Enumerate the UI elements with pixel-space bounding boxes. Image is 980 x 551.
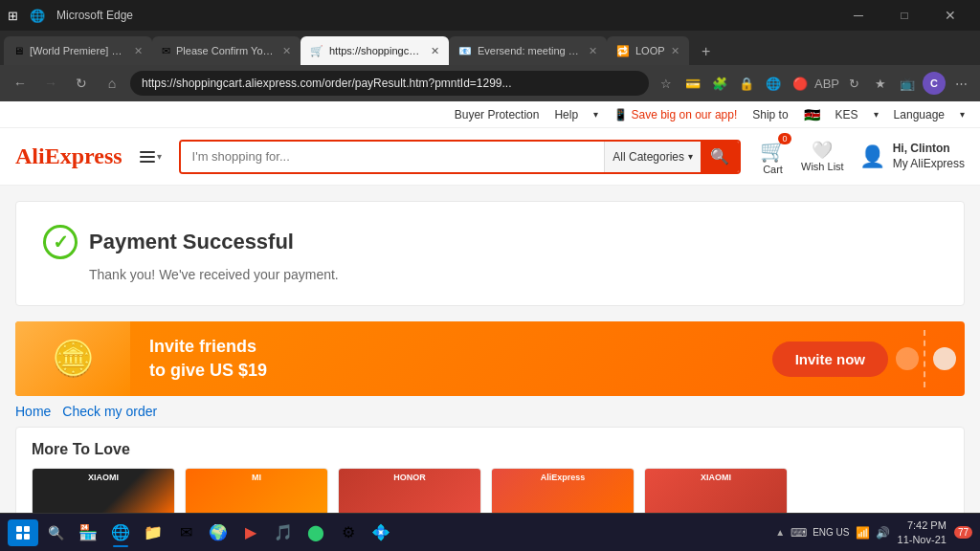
cart-button[interactable]: 🛒 0 Cart (760, 139, 786, 175)
tab-title: Please Confirm Your Or... (176, 45, 277, 56)
close-button[interactable]: ✕ (928, 0, 972, 31)
tab-title: Eversend: meeting all yo (478, 45, 583, 56)
notification-badge[interactable]: 77 (954, 526, 972, 539)
user-account-button[interactable]: 👤 Hi, Clinton My AliExpress (859, 142, 965, 171)
tab-close-icon[interactable]: ✕ (134, 45, 143, 57)
menu-button[interactable]: ▾ (134, 147, 167, 166)
tab-favicon: 🖥 (13, 45, 24, 56)
taskbar-app-mail[interactable]: ✉ (170, 518, 201, 548)
tab-title: [World Premiere] Xiaomi... (30, 45, 128, 56)
search-button[interactable]: 🔍 (701, 142, 739, 172)
taskbar-app-edge[interactable]: 🌐 (105, 518, 136, 548)
star-icon[interactable]: ★ (869, 72, 892, 95)
taskbar-clock[interactable]: 7:42 PM 11-Nov-21 (898, 518, 947, 546)
tab-favicon: 🛒 (310, 45, 323, 57)
windows-icon: ⊞ (8, 9, 18, 23)
taskbar-app-spotify[interactable]: 🎵 (268, 518, 299, 548)
invite-now-button[interactable]: Invite now (772, 342, 888, 377)
taskbar-app-store[interactable]: 🏪 (73, 518, 103, 548)
language-selector[interactable]: Language (894, 108, 945, 121)
taskbar-app-media[interactable]: ▶ (235, 518, 266, 548)
tab-confirm-order[interactable]: ✉ Please Confirm Your Or... ✕ (152, 36, 301, 65)
tab-aliexpress-active[interactable]: 🛒 https://shoppingcart.alie... ✕ (301, 36, 449, 65)
reload-button[interactable]: ↻ (69, 71, 94, 96)
new-tab-button[interactable]: + (693, 38, 720, 65)
profile-avatar[interactable]: C (923, 72, 946, 95)
payment-success-card: ✓ Payment Successful Thank you! We've re… (15, 201, 965, 306)
tab-eversend[interactable]: 📧 Eversend: meeting all yo ✕ (449, 36, 607, 65)
cart-label: Cart (763, 164, 783, 175)
address-bar-row: ← → ↻ ⌂ ☆ 💳 🧩 🔒 🌐 🔴 ABP ↻ ★ 📺 C ⋯ (0, 65, 980, 101)
search-input[interactable] (181, 142, 605, 172)
product-card-3[interactable]: HONOR (338, 468, 481, 516)
tab-close-icon[interactable]: ✕ (671, 45, 679, 57)
chevron-down-icon: ▾ (688, 151, 693, 162)
taskbar-app-diamond[interactable]: 💠 (366, 518, 396, 548)
extension2-icon[interactable]: 🔒 (735, 72, 758, 95)
taskbar-search-button[interactable]: 🔍 (42, 519, 69, 546)
tab-title: https://shoppingcart.alie... (329, 45, 425, 56)
back-button[interactable]: ← (8, 71, 33, 96)
tab-close-icon[interactable]: ✕ (589, 45, 597, 57)
invite-banner[interactable]: 🪙 Invite friends to give US $19 Invite n… (15, 321, 965, 396)
chevron-up-icon[interactable]: ▲ (775, 527, 785, 538)
product-image-5: XIAOMI (645, 469, 787, 515)
home-link[interactable]: Home (15, 404, 51, 419)
favorites-icon[interactable]: ☆ (655, 72, 678, 95)
category-dropdown[interactable]: All Categories ▾ (604, 142, 701, 172)
address-input[interactable] (130, 71, 649, 96)
settings-icon: ⚙ (342, 523, 355, 541)
language-indicator[interactable]: ENG US (813, 527, 849, 538)
store-icon: 🏪 (78, 523, 98, 541)
windows-logo-icon (16, 526, 30, 540)
help-link[interactable]: Help (554, 108, 578, 121)
user-icon: 👤 (859, 144, 885, 169)
folder-icon: 📁 (144, 523, 163, 541)
chevron-down-icon: ▾ (593, 109, 598, 120)
maximize-button[interactable]: □ (882, 0, 926, 31)
product-card-1[interactable]: XIAOMI (32, 468, 175, 516)
product-card-2[interactable]: MI (185, 468, 328, 516)
home-button[interactable]: ⌂ (100, 71, 124, 96)
ticket-left-circle (896, 347, 919, 370)
product-card-5[interactable]: XIAOMI (644, 468, 788, 516)
taskbar-app-explorer[interactable]: 📁 (138, 518, 168, 548)
banner-main-line2: to give US $19 (149, 359, 753, 383)
minimize-button[interactable]: ─ (836, 0, 880, 31)
extension3-icon[interactable]: 🌐 (762, 72, 785, 95)
tab-close-icon[interactable]: ✕ (282, 45, 291, 57)
more-options-icon[interactable]: ⋯ (949, 72, 972, 95)
adblock-icon[interactable]: ABP (815, 72, 838, 95)
ticket-dashes (924, 330, 925, 387)
taskbar-app-settings[interactable]: ⚙ (333, 518, 364, 548)
wishlist-button[interactable]: 🤍 Wish List (801, 140, 844, 173)
volume-icon[interactable]: 🔊 (876, 526, 890, 540)
product-image-4: AliExpress (492, 469, 634, 515)
main-content: ✓ Payment Successful Thank you! We've re… (0, 201, 980, 524)
product-label-1: XIAOMI (33, 469, 174, 486)
taskbar-app-green[interactable]: ⬤ (301, 518, 331, 548)
currency-label[interactable]: KES (835, 108, 858, 121)
wallet-icon[interactable]: 💳 (681, 72, 704, 95)
start-button[interactable] (8, 519, 38, 546)
keyboard-icon[interactable]: ⌨ (791, 526, 807, 540)
buyer-protection-link[interactable]: Buyer Protection (455, 108, 540, 121)
tab-loop[interactable]: 🔁 LOOP ✕ (607, 36, 689, 65)
cast-icon[interactable]: 📺 (896, 72, 919, 95)
tab-xiaomi[interactable]: 🖥 [World Premiere] Xiaomi... ✕ (4, 36, 152, 65)
ticket-decoration (907, 321, 965, 396)
user-greeting: Hi, Clinton (893, 142, 965, 157)
aliexpress-logo[interactable]: AliExpress (15, 143, 122, 169)
forward-button[interactable]: → (38, 71, 63, 96)
app-promo-link[interactable]: 📱 Save big on our app! (613, 108, 737, 121)
tab-close-icon[interactable]: ✕ (431, 45, 439, 57)
wifi-icon[interactable]: 📶 (856, 526, 870, 540)
taskbar-app-chrome[interactable]: 🌍 (203, 518, 234, 548)
extension-icon[interactable]: 🧩 (708, 72, 731, 95)
tab-favicon: ✉ (162, 45, 170, 57)
refresh-icon[interactable]: ↻ (842, 72, 865, 95)
extension4-icon[interactable]: 🔴 (789, 72, 812, 95)
date-display: 11-Nov-21 (898, 533, 947, 546)
check-order-link[interactable]: Check my order (62, 404, 157, 419)
product-card-4[interactable]: AliExpress (491, 468, 635, 516)
